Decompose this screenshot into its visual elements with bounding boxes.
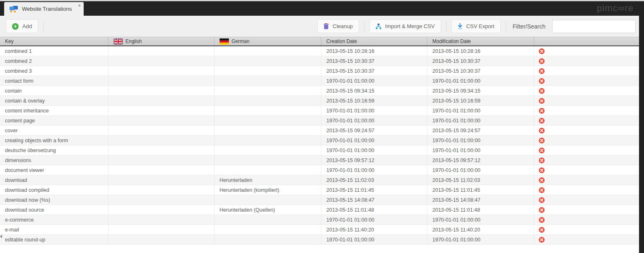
table-row[interactable]: contact form 1970-01-01 01:00:00 1970-01… (0, 76, 639, 86)
table-row[interactable]: content inheritance 1970-01-01 01:00:00 … (0, 106, 639, 116)
german-cell[interactable] (215, 235, 321, 244)
key-cell[interactable]: contain & overlay (0, 96, 109, 105)
english-cell[interactable] (109, 76, 215, 86)
delete-icon[interactable] (539, 58, 545, 64)
key-cell[interactable]: content inheritance (0, 106, 109, 115)
table-row[interactable]: document viewer 1970-01-01 01:00:00 1970… (0, 165, 639, 175)
german-cell[interactable] (215, 76, 321, 86)
column-header-english[interactable]: English (109, 37, 215, 45)
delete-icon[interactable] (539, 148, 545, 153)
table-row[interactable]: e-commerce 1970-01-01 01:00:00 1970-01-0… (0, 215, 639, 225)
delete-icon[interactable] (539, 108, 545, 114)
delete-icon[interactable] (539, 48, 545, 54)
english-cell[interactable] (109, 235, 215, 244)
german-cell[interactable] (215, 86, 321, 95)
english-cell[interactable] (109, 56, 215, 66)
key-cell[interactable]: dimensions (0, 155, 109, 165)
table-row[interactable]: download source Herunterladen (Quellen) … (0, 205, 639, 215)
german-cell[interactable] (215, 56, 321, 66)
german-cell[interactable] (215, 116, 321, 125)
english-cell[interactable] (109, 126, 215, 135)
english-cell[interactable] (109, 146, 215, 155)
delete-icon[interactable] (539, 217, 545, 223)
english-cell[interactable] (109, 106, 215, 115)
english-cell[interactable] (109, 136, 215, 145)
table-row[interactable]: deutsche übersetzung 1970-01-01 01:00:00… (0, 146, 639, 155)
table-row[interactable]: dimensions 2013-05-15 09:57:12 2013-05-1… (0, 155, 639, 165)
key-cell[interactable]: creating objects with a form (0, 136, 109, 145)
delete-icon[interactable] (539, 138, 545, 143)
key-cell[interactable]: combined 3 (0, 66, 109, 76)
panel-collapse-handle[interactable] (0, 234, 2, 239)
german-cell[interactable] (215, 96, 321, 105)
delete-icon[interactable] (539, 207, 545, 213)
german-cell[interactable] (215, 155, 321, 165)
key-cell[interactable]: contain (0, 86, 109, 95)
table-row[interactable]: creating objects with a form 1970-01-01 … (0, 136, 639, 146)
german-cell[interactable]: Herunterladen (215, 175, 321, 185)
delete-icon[interactable] (539, 177, 545, 183)
german-cell[interactable] (215, 136, 321, 145)
column-header-german[interactable]: German (215, 37, 321, 45)
key-cell[interactable]: contact form (0, 76, 109, 86)
delete-icon[interactable] (539, 118, 545, 124)
key-cell[interactable]: combined 1 (0, 46, 109, 56)
column-header-creation-date[interactable]: Creation Date (321, 37, 427, 45)
german-cell[interactable] (215, 66, 321, 76)
table-row[interactable]: contain & overlay 2013-05-15 10:16:59 20… (0, 96, 639, 106)
key-cell[interactable]: e-commerce (0, 215, 109, 224)
delete-icon[interactable] (539, 187, 545, 193)
table-row[interactable]: combined 1 2013-05-15 10:28:16 2013-05-1… (0, 46, 639, 56)
english-cell[interactable] (109, 225, 215, 234)
delete-icon[interactable] (539, 158, 545, 163)
delete-icon[interactable] (539, 237, 545, 243)
german-cell[interactable] (215, 126, 321, 135)
german-cell[interactable] (215, 146, 321, 155)
column-header-key[interactable]: Key (0, 37, 109, 45)
key-cell[interactable]: document viewer (0, 165, 109, 175)
delete-icon[interactable] (539, 167, 545, 173)
english-cell[interactable] (109, 155, 215, 165)
german-cell[interactable] (215, 165, 321, 175)
key-cell[interactable]: download source (0, 205, 109, 215)
delete-icon[interactable] (539, 128, 545, 134)
english-cell[interactable] (109, 66, 215, 76)
german-cell[interactable] (215, 106, 321, 115)
delete-icon[interactable] (539, 78, 545, 84)
key-cell[interactable]: e-mail (0, 225, 109, 234)
filter-search-input[interactable] (552, 20, 636, 33)
english-cell[interactable] (109, 175, 215, 185)
column-header-actions[interactable] (534, 37, 639, 45)
table-row[interactable]: combined 2 2013-05-15 10:30:37 2013-05-1… (0, 56, 639, 66)
german-cell[interactable]: Herunterladen (kompiliert) (215, 185, 321, 195)
import-merge-csv-button[interactable]: Import & Merge CSV (369, 19, 441, 33)
german-cell[interactable] (215, 195, 321, 205)
table-row[interactable]: content page 1970-01-01 01:00:00 1970-01… (0, 116, 639, 126)
cleanup-button[interactable]: Cleanup (317, 19, 359, 33)
table-row[interactable]: e-mail 2013-05-15 11:40:20 2013-05-15 11… (0, 225, 639, 235)
tab-close-icon[interactable]: × (78, 3, 81, 8)
delete-icon[interactable] (539, 227, 545, 233)
table-row[interactable]: download now (%s) 2013-05-15 14:08:47 20… (0, 195, 639, 205)
csv-export-button[interactable]: CSV Export (451, 19, 501, 33)
key-cell[interactable]: cover (0, 126, 109, 135)
delete-icon[interactable] (539, 88, 545, 94)
key-cell[interactable]: combined 2 (0, 56, 109, 66)
key-cell[interactable]: editable round-up (0, 235, 109, 244)
tab-website-translations[interactable]: Website Translations × (4, 2, 84, 16)
english-cell[interactable] (109, 185, 215, 195)
english-cell[interactable] (109, 195, 215, 205)
english-cell[interactable] (109, 96, 215, 105)
english-cell[interactable] (109, 46, 215, 56)
table-row[interactable]: download compiled Herunterladen (kompili… (0, 185, 639, 195)
column-header-modification-date[interactable]: Modification Date (427, 37, 534, 45)
key-cell[interactable]: download compiled (0, 185, 109, 195)
table-row[interactable]: contain 2013-05-15 09:34:15 2013-05-15 0… (0, 86, 639, 96)
english-cell[interactable] (109, 215, 215, 224)
delete-icon[interactable] (539, 197, 545, 203)
table-row[interactable]: cover 2013-05-15 09:24:57 2013-05-15 09:… (0, 126, 639, 136)
key-cell[interactable]: download now (%s) (0, 195, 109, 205)
key-cell[interactable]: deutsche übersetzung (0, 146, 109, 155)
delete-icon[interactable] (539, 68, 545, 74)
german-cell[interactable]: Herunterladen (Quellen) (215, 205, 321, 215)
